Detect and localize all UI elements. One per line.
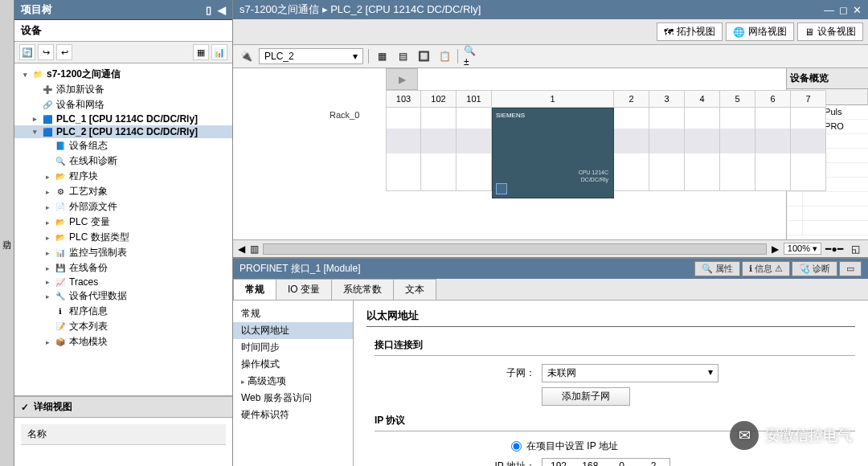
tree-item[interactable]: ▾🟦PLC_2 [CPU 1214C DC/DC/Rly] bbox=[14, 125, 232, 138]
tree-item[interactable]: 🔍在线和诊断 bbox=[14, 153, 232, 169]
prop-nav-item[interactable]: 硬件标识符 bbox=[233, 407, 353, 423]
prop-collapse-icon[interactable]: ▭ bbox=[839, 261, 862, 276]
tree-expander[interactable]: ▸ bbox=[43, 264, 51, 272]
slot-cell[interactable] bbox=[457, 108, 492, 191]
fit-icon[interactable]: ◱ bbox=[847, 241, 863, 257]
tree-expander[interactable]: ▾ bbox=[21, 71, 29, 79]
prop-nav-item[interactable]: 常规 bbox=[233, 305, 353, 322]
tree-btn-5[interactable]: 📊 bbox=[211, 44, 227, 60]
tree-expander[interactable]: ▸ bbox=[43, 338, 51, 346]
project-tree[interactable]: ▾📁s7-1200之间通信➕添加新设备🔗设备和网络▸🟦PLC_1 [CPU 12… bbox=[14, 63, 232, 396]
add-subnet-button[interactable]: 添加新子网 bbox=[542, 387, 630, 406]
tree-item[interactable]: ▸💾在线备份 bbox=[14, 260, 232, 276]
prop-nav-item[interactable]: 高级选项 bbox=[233, 373, 353, 390]
side-tab[interactable]: 启动 bbox=[0, 0, 14, 466]
slot-cell[interactable] bbox=[720, 108, 755, 191]
tree-item[interactable]: 🔗设备和网络 bbox=[14, 97, 232, 112]
plc-module[interactable]: SIEMENS CPU 1214CDC/DC/Rly bbox=[492, 108, 614, 198]
tree-btn-1[interactable]: 🔄 bbox=[19, 44, 35, 60]
detail-view-header[interactable]: ✓ 详细视图 bbox=[14, 396, 232, 418]
minimize-icon[interactable]: — bbox=[824, 4, 834, 16]
zoom-icon[interactable]: 🔍± bbox=[463, 48, 479, 64]
prop-tab[interactable]: 系统常数 bbox=[331, 279, 394, 300]
tree-expander[interactable]: ▸ bbox=[31, 115, 39, 123]
slot-cell[interactable] bbox=[421, 108, 457, 191]
scroll-left-icon[interactable]: ◀ bbox=[238, 243, 245, 255]
tree-btn-3[interactable]: ↩ bbox=[56, 44, 72, 60]
slot-cell[interactable] bbox=[755, 108, 791, 191]
zoom-selector[interactable]: 100% ▾ bbox=[784, 243, 821, 255]
maximize-icon[interactable]: ◻ bbox=[839, 4, 848, 16]
tb-icon-2[interactable]: ▤ bbox=[395, 48, 411, 64]
overview-row[interactable] bbox=[787, 192, 868, 206]
ip-address-input[interactable]: 192. 168. 0. 2 bbox=[542, 458, 670, 466]
scroll-right-icon[interactable]: ▶ bbox=[772, 243, 779, 255]
module-icon[interactable]: 🔌 bbox=[238, 48, 254, 64]
tree-item[interactable]: ➕添加新设备 bbox=[14, 82, 232, 97]
tree-expander[interactable]: ▸ bbox=[43, 278, 51, 286]
prop-tab[interactable]: IO 变量 bbox=[276, 279, 332, 300]
prop-tab[interactable]: 文本 bbox=[393, 279, 436, 300]
overview-row[interactable] bbox=[787, 221, 868, 235]
plc-interface-port[interactable] bbox=[496, 183, 507, 194]
tree-item[interactable]: ▸📂程序块 bbox=[14, 169, 232, 184]
tree-item[interactable]: ▸📦本地模块 bbox=[14, 334, 232, 350]
tree-btn-4[interactable]: ▦ bbox=[193, 44, 209, 60]
tree-item[interactable]: ▸📈Traces bbox=[14, 276, 232, 288]
tree-item[interactable]: ▸📂PLC 数据类型 bbox=[14, 230, 232, 245]
tree-item[interactable]: ▸📊监控与强制表 bbox=[14, 245, 232, 260]
device-canvas[interactable]: ▶ Rack_0 1031021011234567 SIEMENS CPU 12… bbox=[233, 68, 868, 239]
tree-expander[interactable]: ▸ bbox=[43, 249, 51, 257]
tree-expander[interactable]: ▸ bbox=[43, 203, 51, 211]
slot-cell[interactable] bbox=[685, 108, 720, 191]
collapse-left-icon[interactable]: ◀ bbox=[218, 4, 226, 16]
tab-diagnostics[interactable]: 🩺诊断 bbox=[792, 261, 837, 276]
tree-expander[interactable]: ▸ bbox=[43, 173, 51, 181]
close-icon[interactable]: ✕ bbox=[853, 4, 862, 16]
tree-expander[interactable]: ▸ bbox=[43, 292, 51, 300]
slot-cell[interactable] bbox=[614, 108, 649, 191]
prop-nav-item[interactable]: 以太网地址 bbox=[233, 322, 353, 339]
tree-item[interactable]: ℹ程序信息 bbox=[14, 304, 232, 319]
tb-icon-1[interactable]: ▦ bbox=[374, 48, 390, 64]
pin-icon[interactable]: ▯ bbox=[206, 4, 211, 16]
tree-btn-2[interactable]: ↪ bbox=[38, 44, 54, 60]
tree-expander[interactable]: ▾ bbox=[31, 128, 39, 136]
zoom-slider[interactable]: ━●━ bbox=[826, 241, 842, 257]
overview-row[interactable] bbox=[787, 206, 868, 221]
tb-icon-3[interactable]: 🔲 bbox=[416, 48, 432, 64]
tree-item[interactable]: ▸🟦PLC_1 [CPU 1214C DC/DC/Rly] bbox=[14, 112, 232, 125]
prop-nav-item[interactable]: 操作模式 bbox=[233, 356, 353, 373]
slot-cell[interactable] bbox=[649, 108, 685, 191]
detail-col-name: 名称 bbox=[21, 424, 226, 445]
tree-item[interactable]: ▸🔧设备代理数据 bbox=[14, 288, 232, 304]
tree-expander[interactable]: ▸ bbox=[43, 188, 51, 196]
tree-item[interactable]: ▾📁s7-1200之间通信 bbox=[14, 67, 232, 82]
topology-view-btn[interactable]: 🗺拓扑视图 bbox=[657, 22, 723, 41]
network-view-btn[interactable]: 🌐网络视图 bbox=[726, 22, 794, 41]
h-scroll-track[interactable] bbox=[263, 243, 767, 255]
device-selector[interactable]: PLC_2 ▾ bbox=[259, 48, 363, 64]
tree-item-label: 设备代理数据 bbox=[69, 289, 127, 303]
device-view-btn[interactable]: 🖥设备视图 bbox=[797, 22, 863, 41]
tree-expander[interactable]: ▸ bbox=[43, 234, 51, 242]
radio-set-ip-in-project[interactable] bbox=[511, 441, 522, 452]
tab-properties[interactable]: 🔍属性 bbox=[694, 261, 740, 276]
slot-header: 6 bbox=[755, 90, 791, 108]
tree-item[interactable]: ▸📂PLC 变量 bbox=[14, 215, 232, 230]
tree-item[interactable]: ▸⚙工艺对象 bbox=[14, 184, 232, 199]
tb-icon-4[interactable]: 📋 bbox=[436, 48, 452, 64]
tree-item[interactable]: ▸📄外部源文件 bbox=[14, 199, 232, 215]
prop-nav-item[interactable]: Web 服务器访问 bbox=[233, 390, 353, 407]
slot-cell[interactable] bbox=[791, 108, 826, 191]
rack-play-btn[interactable]: ▶ bbox=[386, 68, 418, 90]
tree-item[interactable]: 📘设备组态 bbox=[14, 138, 232, 153]
prop-nav-item[interactable]: 时间同步 bbox=[233, 339, 353, 356]
rack-label: Rack_0 bbox=[330, 110, 359, 120]
prop-tab[interactable]: 常规 bbox=[233, 279, 276, 300]
tree-expander[interactable]: ▸ bbox=[43, 219, 51, 227]
subnet-select[interactable]: 未联网▾ bbox=[542, 364, 719, 382]
tab-info[interactable]: ℹ信息 ⚠ bbox=[742, 261, 790, 276]
slot-cell[interactable] bbox=[386, 108, 421, 191]
tree-item[interactable]: 📝文本列表 bbox=[14, 319, 232, 334]
